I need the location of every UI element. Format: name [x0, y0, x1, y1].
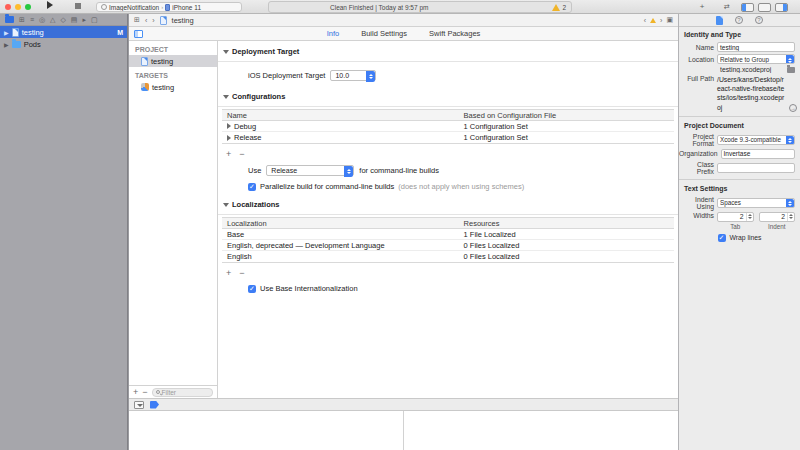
section-configurations[interactable]: Configurations: [218, 89, 678, 104]
choose-location-folder-icon[interactable]: [787, 67, 795, 73]
parallelize-note: (does not apply when using schemes): [398, 182, 524, 191]
breakpoints-toggle-icon[interactable]: [150, 401, 159, 409]
console-view[interactable]: [404, 411, 678, 450]
inspector-toggle-button[interactable]: [775, 3, 788, 12]
stop-button[interactable]: [70, 1, 86, 12]
project-item[interactable]: testing: [129, 55, 217, 67]
run-button[interactable]: [42, 1, 58, 12]
window-controls: [5, 4, 31, 10]
parallelize-checkbox[interactable]: ✓: [248, 183, 256, 191]
column-header-name[interactable]: Name: [222, 111, 462, 120]
scheme-separator-icon: ›: [161, 4, 163, 10]
tab-width-stepper[interactable]: 2: [717, 212, 754, 222]
minimize-window-button[interactable]: [15, 4, 21, 10]
organization-label: Organization: [679, 150, 721, 157]
tab-swift-packages[interactable]: Swift Packages: [429, 29, 480, 38]
navigator-item-testing[interactable]: ▶ testing M: [0, 26, 127, 38]
navigator-panel: ⊞ ≡ ◎ △ ◇ ▤ ▸ ▢ ▶ testing M ▶ Pods: [0, 14, 128, 450]
section-localizations[interactable]: Localizations: [218, 197, 678, 212]
issue-warning-icon[interactable]: [650, 18, 656, 23]
add-target-button[interactable]: +: [133, 387, 138, 397]
indent-using-dropdown[interactable]: Spaces: [717, 198, 795, 208]
tab-build-settings[interactable]: Build Settings: [361, 29, 407, 38]
indent-width-stepper[interactable]: 2: [759, 212, 796, 222]
table-row[interactable]: English, deprecated — Development Langua…: [222, 240, 674, 251]
section-disclosure-icon[interactable]: [223, 95, 229, 99]
remove-configuration-button[interactable]: −: [239, 149, 244, 159]
symbol-navigator-icon[interactable]: ≡: [30, 14, 34, 26]
base-internationalization-checkbox[interactable]: ✓: [248, 285, 256, 293]
column-header-resources[interactable]: Resources: [462, 219, 674, 228]
issue-navigator-icon[interactable]: △: [50, 14, 55, 26]
ios-deployment-target-dropdown[interactable]: 10.0: [330, 70, 376, 81]
table-row[interactable]: Debug 1 Configuration Set: [222, 121, 674, 132]
filter-input[interactable]: Filter: [152, 388, 213, 397]
row-disclosure-icon[interactable]: [227, 135, 231, 141]
history-inspector-icon[interactable]: ?: [735, 16, 743, 24]
close-window-button[interactable]: [5, 4, 11, 10]
navigator-item-pods[interactable]: ▶ Pods: [0, 38, 127, 50]
project-navigator-icon[interactable]: [5, 16, 14, 23]
stepper-arrows-icon[interactable]: [787, 213, 794, 221]
stepper-arrows-icon[interactable]: [746, 213, 753, 221]
remove-target-button[interactable]: −: [142, 387, 147, 397]
report-navigator-icon[interactable]: ▢: [91, 14, 98, 26]
quick-help-inspector-icon[interactable]: ?: [755, 16, 763, 24]
file-inspector-icon[interactable]: [716, 16, 723, 25]
table-row[interactable]: English 0 Files Localized: [222, 251, 674, 262]
project-editor-tab-bar: Info Build Settings Swift Packages: [129, 27, 678, 41]
tab-info[interactable]: Info: [327, 29, 340, 38]
test-navigator-icon[interactable]: ◇: [60, 14, 65, 26]
localization-name: Base: [222, 230, 462, 239]
project-list-toggle-icon[interactable]: [134, 30, 143, 38]
localization-resources: 0 Files Localized: [462, 252, 674, 261]
editor-options-icon[interactable]: ▣: [666, 16, 673, 24]
breakpoint-navigator-icon[interactable]: ▸: [82, 14, 86, 26]
forward-icon[interactable]: ›: [152, 17, 154, 24]
disclosure-triangle-icon[interactable]: ▶: [4, 41, 9, 48]
navigator-item-label: Pods: [24, 40, 41, 49]
organization-field[interactable]: Invertase: [721, 149, 795, 159]
project-format-dropdown[interactable]: Xcode 9.3-compatible: [717, 135, 795, 145]
debug-navigator-icon[interactable]: ▤: [71, 14, 78, 26]
scheme-selector[interactable]: ImageNotification › iPhone 11: [96, 2, 242, 12]
debug-area-toggle-button[interactable]: [758, 3, 771, 12]
column-header-based-on[interactable]: Based on Configuration File: [462, 111, 674, 120]
issue-back-icon[interactable]: ‹: [644, 17, 646, 24]
disclosure-triangle-icon[interactable]: ▶: [4, 29, 9, 36]
section-disclosure-icon[interactable]: [223, 203, 229, 207]
source-control-navigator-icon[interactable]: ⊞: [19, 14, 25, 26]
add-configuration-button[interactable]: +: [226, 149, 231, 159]
wrap-lines-checkbox[interactable]: ✓: [718, 234, 726, 242]
command-line-config-dropdown[interactable]: Release: [266, 165, 354, 176]
indent-width-value: 2: [760, 213, 788, 220]
table-row[interactable]: Release 1 Configuration Set: [222, 132, 674, 143]
back-icon[interactable]: ‹: [145, 17, 147, 24]
variables-view[interactable]: [129, 411, 404, 450]
debug-bar: [129, 398, 678, 410]
remove-localization-button[interactable]: −: [239, 268, 244, 278]
navigator-toggle-button[interactable]: [741, 3, 754, 12]
location-dropdown[interactable]: Relative to Group: [717, 54, 795, 64]
row-disclosure-icon[interactable]: [227, 123, 231, 129]
class-prefix-field[interactable]: [717, 163, 795, 173]
reveal-in-finder-icon[interactable]: →: [789, 104, 797, 112]
code-review-button[interactable]: ⇄: [720, 2, 734, 12]
config-name: Debug: [234, 122, 256, 131]
find-navigator-icon[interactable]: ◎: [39, 14, 45, 26]
section-deployment-target[interactable]: Deployment Target: [218, 44, 678, 59]
add-localization-button[interactable]: +: [226, 268, 231, 278]
hide-debug-area-icon[interactable]: [134, 401, 144, 409]
column-header-localization[interactable]: Localization: [222, 219, 462, 228]
jump-bar-file[interactable]: testing: [172, 16, 194, 25]
related-items-icon[interactable]: ⊞: [134, 16, 140, 24]
table-row[interactable]: Base 1 File Localized: [222, 229, 674, 240]
zoom-window-button[interactable]: [25, 4, 31, 10]
section-disclosure-icon[interactable]: [223, 50, 229, 54]
dropdown-value: Relative to Group: [720, 56, 769, 63]
warning-counter[interactable]: 2: [552, 4, 566, 11]
target-item[interactable]: testing: [129, 81, 217, 93]
issue-forward-icon[interactable]: ›: [660, 17, 662, 24]
name-field[interactable]: testing: [717, 42, 795, 52]
library-button[interactable]: +: [696, 2, 708, 12]
